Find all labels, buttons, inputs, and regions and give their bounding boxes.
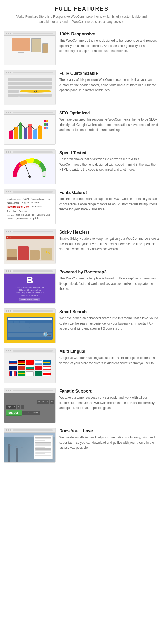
block <box>8 94 19 97</box>
feature-fonts: Headland One Kranji Oranienbaum Rye Miss… <box>4 189 159 224</box>
key: W <box>41 400 46 404</box>
feature-sticky: Verito ↖ Sticky Headers Enable Sticky <box>4 229 159 264</box>
font-name: Miss Script <box>6 201 19 205</box>
browser-dot <box>6 350 7 351</box>
monitor-mockup <box>12 38 30 51</box>
flags-grid <box>9 360 51 376</box>
feature-desc-customizable: The beauty of this premium WooCommerce t… <box>59 77 159 93</box>
monitor-base <box>17 54 25 54</box>
browser-bar <box>4 189 55 194</box>
browser-bar-spacer <box>13 390 53 391</box>
furniture-leg <box>7 257 17 260</box>
browser-dot <box>8 72 9 73</box>
gear-icon: ⚙ <box>19 90 52 93</box>
doc-line <box>35 450 51 451</box>
feature-image-seo <box>4 110 56 145</box>
feature-multilingual: Multi Lingual Go global with our multi-l… <box>4 348 159 383</box>
feature-customizable: ⚙ Fully Customizable The beauty of this … <box>4 70 159 105</box>
doc-line <box>35 455 51 456</box>
feature-title-bootstrap: Powered by Bootstrap3 <box>59 270 159 274</box>
feature-image-responsive <box>4 31 56 65</box>
browser-dot <box>8 270 9 272</box>
block <box>19 94 52 97</box>
block <box>19 78 52 81</box>
search-inner: 🔍 <box>7 317 53 340</box>
support-mockup: Q W E R caps lock A S support Z X comm <box>4 393 55 423</box>
feature-desc-fonts: This theme comes with full support for 6… <box>59 197 159 212</box>
bridge-tower <box>8 444 10 462</box>
feature-title-search: Smart Search <box>59 309 159 314</box>
keyboard-row-2: caps lock A S <box>6 405 54 409</box>
font-name: Peralta <box>6 217 14 220</box>
browser-dot <box>8 33 9 34</box>
feature-seo: SEO Optimized We have designed this resp… <box>4 110 159 145</box>
browser-dot <box>10 151 11 153</box>
page-subtitle: Verito Furniture Store is a Responsive W… <box>4 14 159 24</box>
seo-chart-svg <box>7 118 53 141</box>
browser-bar-spacer <box>13 310 53 312</box>
svg-line-20 <box>25 165 30 177</box>
flag-norway <box>43 366 51 370</box>
svg-rect-17 <box>46 123 48 126</box>
svg-point-7 <box>10 130 12 132</box>
font-name: Life Savers <box>30 205 42 208</box>
browser-bar-spacer <box>13 350 53 352</box>
svg-point-11 <box>29 124 31 126</box>
font-name: Ongjeo <box>20 201 29 205</box>
doc-line <box>35 453 45 454</box>
font-name: Cantora One <box>36 213 51 216</box>
feature-support: Q W E R caps lock A S support Z X comm <box>4 388 159 423</box>
feature-image-docs <box>4 428 56 463</box>
flag-argentina <box>35 360 42 365</box>
feature-title-multilingual: Multi Lingual <box>59 349 159 354</box>
feature-content-docs: Docs You'll Love We create installation … <box>59 428 159 450</box>
svg-point-8 <box>15 127 17 129</box>
feature-bootstrap: B Bootstrap is the most popular HTML, CS… <box>4 269 159 304</box>
feature-image-search: 🔍 <box>4 308 56 343</box>
page-wrapper: FULL FEATURES Verito Furniture Store is … <box>0 0 163 473</box>
feature-title-support: Fanatic Support <box>59 389 159 394</box>
font-name: Tangerine <box>6 210 17 213</box>
devices-container <box>4 36 55 56</box>
flag-uk <box>9 366 17 370</box>
font-name: Rye <box>46 197 51 201</box>
phone-mockup <box>42 43 48 53</box>
doc-line <box>35 445 51 446</box>
feature-speed: Speed Tested Research shows that a fast … <box>4 149 159 184</box>
feature-content-responsive: 100% Responsive This WooCommerce theme i… <box>59 31 159 54</box>
browser-bar-spacer <box>13 112 53 113</box>
feature-desc-bootstrap: This WooCommerce template is based on Bo… <box>59 276 159 291</box>
flag-france <box>9 371 17 376</box>
feature-title-fonts: Fonts Galore! <box>59 190 159 195</box>
font-name: Oranienbaum <box>31 197 45 201</box>
feature-image-multilingual <box>4 348 56 383</box>
font-name: Revalia <box>6 213 15 216</box>
feature-responsive: 100% Responsive This WooCommerce theme i… <box>4 31 159 65</box>
flag-germany <box>18 360 25 365</box>
bootstrap-download-btn: Download Bootstrap <box>19 298 40 301</box>
font-row-2: Miss Script Ongjeo McLaren <box>6 201 53 205</box>
feature-desc-support: We take customer success very seriously … <box>59 395 159 411</box>
page-title: FULL FEATURES <box>4 5 159 12</box>
svg-point-10 <box>24 128 26 130</box>
nav-item <box>14 321 19 323</box>
speedometer-svg <box>7 157 53 182</box>
store-name: Verito <box>7 237 11 239</box>
flag-south-africa <box>35 371 42 376</box>
svg-rect-18 <box>44 127 46 129</box>
browser-bar-spacer <box>13 191 53 193</box>
fonts-mockup: Headland One Kranji Oranienbaum Rye Miss… <box>4 194 55 224</box>
result-block <box>8 333 30 337</box>
feature-content-sticky: Sticky Headers Enable Sticky Headers to … <box>59 229 159 252</box>
key: X <box>26 411 30 415</box>
browser-bar <box>4 70 55 75</box>
result-block <box>8 328 30 332</box>
keyboard-row-3: support Z X comm <box>6 410 54 416</box>
font-row-4: Revalia Source Sans Pro Cantora One <box>6 213 53 216</box>
browser-bar <box>4 388 55 393</box>
feature-image-speed <box>4 149 56 184</box>
doc-line <box>35 437 51 438</box>
customizable-mockup: ⚙ <box>4 75 55 105</box>
feature-desc-multilingual: Go global with our multi-lingual support… <box>59 356 159 366</box>
feature-desc-speed: Research shows that a fast website conve… <box>59 157 159 172</box>
